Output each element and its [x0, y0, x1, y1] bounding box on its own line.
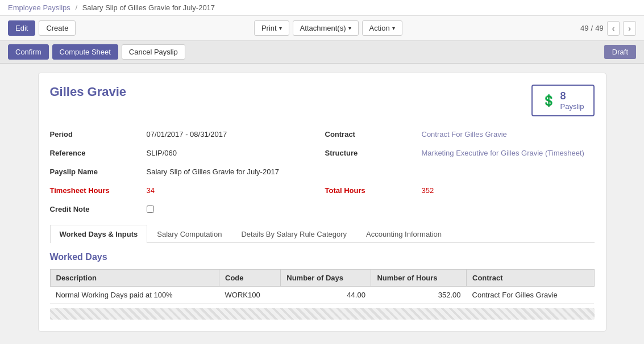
credit-note-checkbox[interactable]: [147, 205, 154, 213]
employee-name: Gilles Gravie: [50, 85, 127, 99]
cell-code: WORK100: [219, 287, 281, 304]
payslip-name-value: Salary Slip of Gilles Gravie for July-20…: [147, 165, 319, 178]
info-grid: Period 07/01/2017 - 08/31/2017 Contract …: [50, 128, 595, 216]
pager-separator: /: [591, 24, 593, 32]
empty-col-3a: [325, 165, 416, 178]
payslip-name-label: Payslip Name: [50, 165, 141, 178]
next-button[interactable]: ›: [623, 21, 636, 36]
pager-total: 49: [595, 24, 603, 32]
reference-label: Reference: [50, 146, 141, 160]
payslip-icon: 💲: [542, 94, 556, 107]
total-hours-value: 352: [422, 184, 595, 197]
period-label: Period: [50, 128, 141, 141]
credit-note-label: Credit Note: [50, 203, 141, 216]
structure-value[interactable]: Marketing Executive for Gilles Gravie (T…: [422, 146, 595, 160]
cell-description: Normal Working Days paid at 100%: [50, 287, 219, 304]
create-button[interactable]: Create: [39, 20, 76, 36]
total-hours-label: Total Hours: [325, 184, 416, 197]
payslip-count: 8: [560, 90, 584, 102]
pager: 49 / 49: [580, 24, 604, 32]
payslip-badge: 💲 8 Payslip: [531, 85, 595, 116]
payslip-label: Payslip: [560, 102, 584, 111]
tab-worked-days[interactable]: Worked Days & Inputs: [50, 225, 148, 243]
cell-num-days: 44.00: [281, 287, 371, 304]
attachments-button[interactable]: Attachment(s) ▾: [293, 20, 359, 36]
print-label: Print: [261, 24, 277, 32]
reference-value: SLIP/060: [147, 146, 319, 160]
card-header: Gilles Gravie 💲 8 Payslip: [50, 85, 595, 116]
period-value: 07/01/2017 - 08/31/2017: [147, 128, 319, 141]
tab-accounting-info[interactable]: Accounting Information: [356, 225, 451, 243]
action-bar: Confirm Compute Sheet Cancel Payslip Dra…: [0, 41, 644, 64]
table-row: Normal Working Days paid at 100% WORK100…: [50, 287, 594, 304]
col-code: Code: [219, 270, 281, 287]
worked-days-table: Description Code Number of Days Number o…: [50, 269, 595, 304]
col-num-hours: Number of Hours: [371, 270, 467, 287]
main-content: Gilles Gravie 💲 8 Payslip Period 07/01/2…: [0, 64, 644, 341]
credit-note-field: [147, 203, 319, 216]
action-dropdown-icon: ▾: [392, 25, 395, 31]
confirm-button[interactable]: Confirm: [8, 44, 49, 60]
cancel-payslip-button[interactable]: Cancel Payslip: [122, 44, 185, 60]
print-dropdown-icon: ▾: [279, 25, 282, 31]
breadcrumb-parent-link[interactable]: Employee Payslips: [8, 3, 70, 12]
structure-label: Structure: [325, 146, 416, 160]
col-num-days: Number of Days: [281, 270, 371, 287]
action-button[interactable]: Action ▾: [362, 20, 402, 36]
cell-contract: Contract For Gilles Gravie: [467, 287, 594, 304]
breadcrumb-separator: /: [75, 3, 77, 12]
contract-label: Contract: [325, 128, 416, 141]
bottom-stripe: [50, 308, 595, 320]
attachments-dropdown-icon: ▾: [348, 25, 351, 31]
prev-button[interactable]: ‹: [607, 21, 620, 36]
col-description: Description: [50, 270, 219, 287]
tab-details-salary-rule[interactable]: Details By Salary Rule Category: [231, 225, 356, 243]
compute-sheet-button[interactable]: Compute Sheet: [52, 44, 118, 60]
col-contract: Contract: [467, 270, 594, 287]
empty-col-3b: [422, 165, 595, 178]
empty-col-5a: [325, 203, 416, 216]
timesheet-hours-label: Timesheet Hours: [50, 184, 141, 197]
tabs: Worked Days & Inputs Salary Computation …: [50, 225, 595, 243]
contract-value[interactable]: Contract For Gilles Gravie: [422, 128, 595, 141]
pager-current: 49: [580, 24, 588, 32]
attachments-label: Attachment(s): [300, 24, 346, 32]
cell-num-hours: 352.00: [371, 287, 467, 304]
empty-col-5b: [422, 203, 595, 216]
payslip-card: Gilles Gravie 💲 8 Payslip Period 07/01/2…: [38, 73, 606, 332]
action-label: Action: [369, 24, 390, 32]
status-badge: Draft: [604, 45, 636, 59]
edit-button[interactable]: Edit: [8, 20, 35, 36]
toolbar: Edit Create Print ▾ Attachment(s) ▾ Acti…: [0, 16, 644, 41]
breadcrumb-current: Salary Slip of Gilles Gravie for July-20…: [82, 3, 215, 12]
print-button[interactable]: Print ▾: [254, 20, 289, 36]
timesheet-hours-value: 34: [147, 184, 319, 197]
breadcrumb: Employee Payslips / Salary Slip of Gille…: [0, 0, 644, 16]
tab-salary-computation[interactable]: Salary Computation: [147, 225, 231, 243]
worked-days-title: Worked Days: [50, 252, 595, 262]
